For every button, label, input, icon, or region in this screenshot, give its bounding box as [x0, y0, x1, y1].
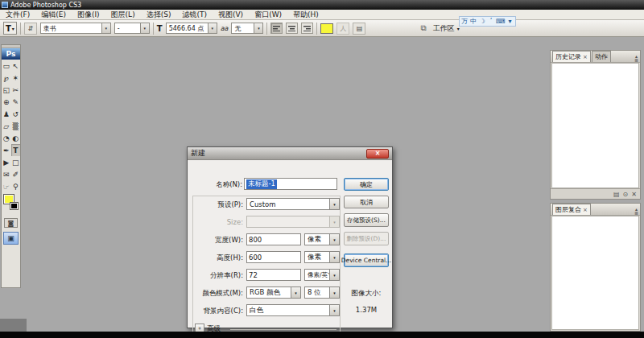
- tab-history[interactable]: 历史记录 ×: [552, 51, 591, 62]
- anti-alias-value: 无: [232, 24, 254, 33]
- path-selection-tool[interactable]: ▶: [2, 156, 11, 168]
- preset-select[interactable]: Custom ▾: [246, 198, 340, 210]
- move-tool[interactable]: ↖: [11, 60, 21, 72]
- crop-tool[interactable]: ◱: [2, 84, 11, 96]
- width-input[interactable]: 800: [246, 233, 301, 245]
- background-contents-value: 白色: [247, 306, 329, 315]
- ime-options-icon[interactable]: ▾: [506, 18, 514, 25]
- tab-layer-comps-label: 图层复合: [555, 205, 581, 214]
- font-size-select[interactable]: 5466.64 点 ▾: [166, 23, 217, 34]
- menu-layer[interactable]: 图层(L): [105, 10, 141, 20]
- eyedropper-tool[interactable]: ✐: [11, 168, 21, 180]
- gradient-tool[interactable]: ▒: [11, 120, 21, 132]
- text-color-swatch[interactable]: [320, 23, 333, 34]
- menu-select[interactable]: 选择(S): [141, 10, 177, 20]
- height-input[interactable]: 600: [246, 251, 301, 263]
- workspace-label: 工作区: [433, 23, 455, 34]
- tab-layer-comps[interactable]: 图层复合 ×: [552, 204, 591, 215]
- close-icon[interactable]: ×: [583, 207, 588, 213]
- name-input[interactable]: 未标题-1: [244, 178, 337, 190]
- ime-punctuation-icon[interactable]: ’: [487, 18, 495, 25]
- align-left-button[interactable]: [270, 23, 283, 34]
- resolution-input[interactable]: 72: [246, 269, 301, 281]
- notes-tool[interactable]: ✉: [2, 168, 11, 180]
- tab-actions-label: 动作: [595, 52, 608, 61]
- new-snapshot-icon[interactable]: ⊙: [623, 191, 629, 198]
- menu-help[interactable]: 帮助(H): [287, 10, 324, 20]
- width-unit-select[interactable]: 像素 ▾: [304, 233, 340, 245]
- rectangular-marquee-tool[interactable]: ▭: [2, 60, 11, 72]
- slice-tool[interactable]: ✂: [11, 84, 21, 96]
- new-document-from-state-icon[interactable]: ▤: [613, 191, 620, 198]
- brush-icon: ✎: [12, 98, 19, 106]
- height-unit-select[interactable]: 像素 ▾: [304, 251, 340, 263]
- workspace-button[interactable]: 工作区 ▾: [430, 23, 463, 35]
- clone-stamp-icon: ♟: [3, 110, 10, 118]
- menu-view[interactable]: 视图(V): [213, 10, 249, 20]
- magic-wand-tool[interactable]: ✶: [11, 72, 21, 84]
- dodge-tool[interactable]: ◐: [11, 132, 21, 144]
- ime-keyboard-icon[interactable]: ⌨: [496, 18, 506, 25]
- shape-tool[interactable]: □: [11, 156, 21, 168]
- device-central-button[interactable]: Device Central...: [344, 254, 389, 267]
- zoom-tool[interactable]: ⚲: [11, 180, 21, 192]
- ime-input-mode-icon[interactable]: 万: [460, 17, 469, 26]
- menu-image[interactable]: 图像(I): [72, 10, 105, 20]
- dialog-close-button[interactable]: ×: [366, 149, 389, 159]
- panel-menu-button[interactable]: ▴ ≣: [634, 54, 638, 62]
- cancel-button[interactable]: 取消: [344, 196, 389, 208]
- color-mode-select[interactable]: RGB 颜色 ▾: [246, 286, 301, 299]
- ime-halfwidth-icon[interactable]: ☽: [478, 18, 486, 25]
- hand-tool[interactable]: ☞: [2, 180, 11, 192]
- tab-actions[interactable]: 动作: [592, 51, 611, 62]
- toolbox-palette: Ps ▭ ↖ ℘ ✶ ◱ ✂ ⊕ ✎ ♟ ↺ ▱ ▒ ◔ ◐ ✒ T ▶ □ ✉…: [1, 44, 21, 288]
- preset-label: 预设(P):: [193, 200, 243, 210]
- delete-icon[interactable]: ✕: [631, 191, 637, 198]
- dialog-fieldset: 预设(P): Custom ▾ Size: ▾ 宽度(W): 800 像素 ▾ …: [192, 196, 341, 334]
- blur-tool[interactable]: ◔: [2, 132, 11, 144]
- ok-button[interactable]: 确定: [344, 178, 389, 191]
- font-style-select[interactable]: - ▾: [114, 23, 150, 34]
- divider: [230, 329, 336, 330]
- history-brush-tool[interactable]: ↺: [11, 108, 21, 120]
- quick-mask-button[interactable]: ◙: [4, 218, 18, 228]
- dialog-body: 名称(N): 未标题-1 预设(P): Custom ▾ Size: ▾ 宽度(…: [188, 160, 392, 328]
- align-center-button[interactable]: [286, 23, 298, 34]
- align-right-button[interactable]: [301, 23, 313, 34]
- menu-filter[interactable]: 滤镜(T): [176, 10, 213, 20]
- menu-edit[interactable]: 编辑(E): [35, 10, 72, 20]
- history-brush-icon: ↺: [12, 110, 19, 118]
- save-preset-button[interactable]: 存储预设(S)...: [344, 213, 389, 227]
- healing-brush-tool[interactable]: ⊕: [2, 96, 11, 108]
- background-contents-select[interactable]: 白色 ▾: [246, 304, 340, 316]
- resolution-unit-select[interactable]: 像素/英寸 ▾: [304, 269, 340, 281]
- delete-preset-button: 删除预设(D)...: [344, 232, 389, 245]
- menu-window[interactable]: 窗口(W): [249, 10, 287, 20]
- brush-tool[interactable]: ✎: [11, 96, 21, 108]
- lasso-tool[interactable]: ℘: [2, 72, 11, 84]
- eraser-tool[interactable]: ▱: [2, 120, 11, 132]
- divider: [266, 23, 267, 35]
- active-tool-button[interactable]: T ▾: [3, 22, 17, 35]
- panel-menu-button[interactable]: ▴ ≣: [634, 207, 638, 215]
- chevron-down-icon: ▾: [329, 305, 339, 315]
- anti-alias-select[interactable]: 无 ▾: [231, 23, 263, 34]
- bit-depth-select[interactable]: 8 位 ▾: [304, 286, 340, 299]
- zoom-icon: ⚲: [13, 183, 19, 191]
- dialog-titlebar[interactable]: 新建 ×: [188, 147, 392, 160]
- bridge-icon[interactable]: ⧉: [420, 23, 426, 33]
- font-size-icon: T: [157, 24, 163, 33]
- screen-mode-button[interactable]: ▣: [3, 232, 19, 245]
- ime-chinese-mode-icon[interactable]: 中: [469, 17, 477, 26]
- pen-tool[interactable]: ✒: [2, 144, 11, 156]
- clone-stamp-tool[interactable]: ♟: [2, 108, 11, 120]
- menu-file[interactable]: 文件(F): [0, 10, 35, 20]
- type-icon: T: [13, 146, 18, 155]
- type-tool[interactable]: T: [11, 144, 21, 156]
- color-mode-label: 颜色模式(M):: [193, 289, 243, 299]
- font-family-select[interactable]: 隶书 ▾: [40, 23, 111, 34]
- text-orientation-icon[interactable]: ⇵: [24, 23, 37, 35]
- background-color-swatch[interactable]: [10, 202, 19, 210]
- palettes-toggle-icon[interactable]: ▤: [353, 23, 365, 35]
- close-icon[interactable]: ×: [583, 54, 588, 60]
